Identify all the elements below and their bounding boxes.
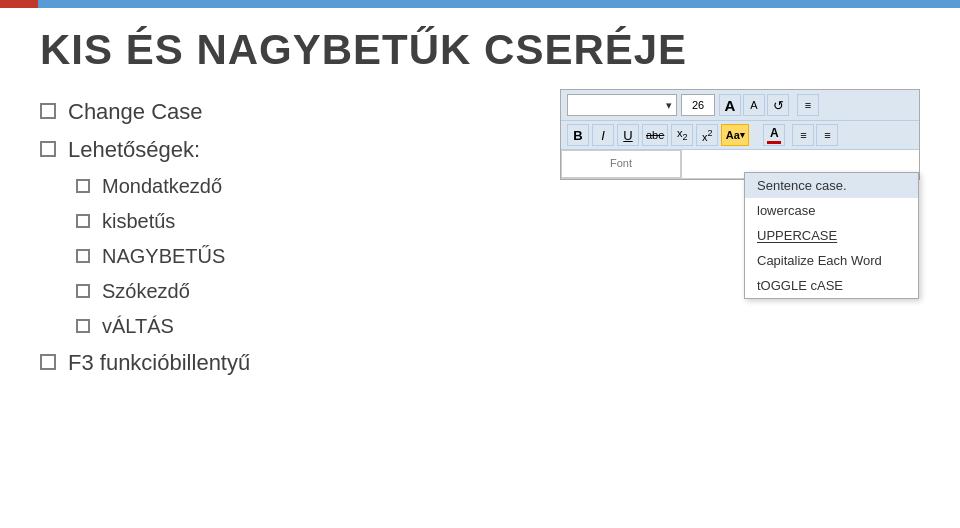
bullet-text-8: F3 funkcióbillentyű: [68, 350, 250, 376]
dropdown-item-capitalize[interactable]: Capitalize Each Word: [745, 248, 918, 273]
dropdown-arrow-icon: ▾: [666, 99, 672, 112]
content-area: Change Case Lehetőségek: Mondatkezdő kis…: [0, 84, 960, 388]
italic-button[interactable]: I: [592, 124, 614, 146]
checkbox-7: [76, 319, 90, 333]
bullet-text-7: vÁLTÁS: [102, 315, 174, 338]
bullet-item-2: Lehetőségek:: [40, 137, 530, 163]
bullet-text-1: Change Case: [68, 99, 203, 125]
bullet-text-5: NAGYBETŰS: [102, 245, 225, 268]
word-screenshot: ▾ 26 A A ↺ ≡ B I: [560, 89, 920, 180]
dropdown-item-toggle[interactable]: tOGGLE cASE: [745, 273, 918, 298]
decrease-font-size-button[interactable]: A: [743, 94, 765, 116]
clear-formatting-button[interactable]: ↺: [767, 94, 789, 116]
checkbox-6: [76, 284, 90, 298]
font-section-label: Font: [561, 150, 681, 178]
bullet-text-4: kisbetűs: [102, 210, 175, 233]
checkbox-2: [40, 141, 56, 157]
font-family-select[interactable]: ▾: [567, 94, 677, 116]
font-size-value: 26: [692, 99, 704, 111]
strikethrough-button[interactable]: abe: [642, 124, 668, 146]
bold-button[interactable]: B: [567, 124, 589, 146]
subscript-icon: x2: [677, 127, 688, 142]
increase-font-size-button[interactable]: A: [719, 94, 741, 116]
bullet-text-3: Mondatkezdő: [102, 175, 222, 198]
change-case-button[interactable]: Aa▾: [721, 124, 749, 146]
text-color-bar: [767, 141, 781, 144]
subscript-button[interactable]: x2: [671, 124, 693, 146]
superscript-button[interactable]: x2: [696, 124, 718, 146]
dropdown-item-lowercase[interactable]: lowercase: [745, 198, 918, 223]
slide-title: KIS ÉS NAGYBETŰK CSERÉJE: [40, 26, 920, 74]
bullet-item-7: vÁLTÁS: [76, 315, 530, 338]
top-accent-bar: [0, 0, 960, 8]
change-case-dropdown: Sentence case. lowercase UPPERCASE Capit…: [744, 172, 919, 299]
bullet-item-6: Szókezdő: [76, 280, 530, 303]
align-left-button[interactable]: ≡: [792, 124, 814, 146]
top-bar-red: [0, 0, 38, 8]
ribbon-row-1: ▾ 26 A A ↺ ≡: [561, 90, 919, 121]
ribbon-row-2: B I U abe x2 x2 Aa▾: [561, 121, 919, 150]
dropdown-item-sentence-case[interactable]: Sentence case.: [745, 173, 918, 198]
bullet-text-2: Lehetőségek:: [68, 137, 200, 163]
underline-button[interactable]: U: [617, 124, 639, 146]
bullet-text-6: Szókezdő: [102, 280, 190, 303]
change-case-label: Aa: [726, 129, 740, 141]
font-size-input[interactable]: 26: [681, 94, 715, 116]
checkbox-1: [40, 103, 56, 119]
checkbox-8: [40, 354, 56, 370]
bullet-item-8: F3 funkcióbillentyű: [40, 350, 530, 376]
title-area: KIS ÉS NAGYBETŰK CSERÉJE: [0, 8, 960, 84]
strikethrough-icon: abe: [646, 129, 664, 141]
bullets-button[interactable]: ≡: [797, 94, 819, 116]
font-label-text: Font: [610, 157, 632, 169]
checkbox-3: [76, 179, 90, 193]
bullet-list: Change Case Lehetőségek: Mondatkezdő kis…: [40, 94, 530, 388]
text-size-buttons: A A ↺: [719, 94, 789, 116]
top-bar-blue: [38, 0, 960, 8]
checkbox-4: [76, 214, 90, 228]
bullet-item-3: Mondatkezdő: [76, 175, 530, 198]
bullet-item-1: Change Case: [40, 99, 530, 125]
bullet-item-5: NAGYBETŰS: [76, 245, 530, 268]
dropdown-item-uppercase[interactable]: UPPERCASE: [745, 223, 918, 248]
checkbox-5: [76, 249, 90, 263]
bullet-item-4: kisbetűs: [76, 210, 530, 233]
align-right-button[interactable]: ≡: [816, 124, 838, 146]
ui-panel: ▾ 26 A A ↺ ≡ B I: [560, 89, 920, 388]
superscript-icon: x2: [702, 128, 713, 143]
text-color-a-icon: A: [770, 126, 779, 140]
text-color-button[interactable]: A: [763, 124, 785, 146]
